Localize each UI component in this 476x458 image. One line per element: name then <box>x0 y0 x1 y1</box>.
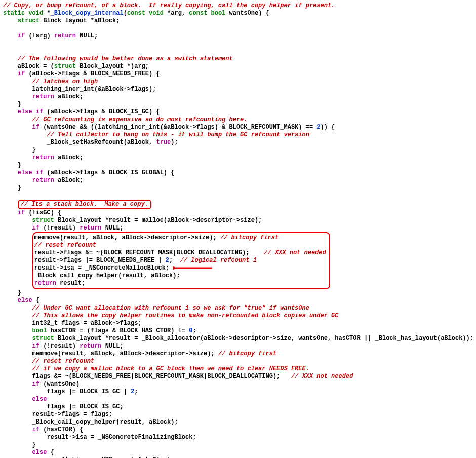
txt: * <box>43 10 50 17</box>
kw: bool <box>32 327 47 334</box>
txt: int32_t flags = aBlock->flags; <box>32 320 142 327</box>
txt: result->flags |= BLOCK_NEEDS_FREE | <box>34 257 166 264</box>
comment: // XXX not needed <box>291 373 353 380</box>
txt: ; <box>134 388 138 395</box>
kw: if <box>32 342 39 350</box>
txt: { <box>32 297 39 304</box>
kw: struct <box>54 63 76 70</box>
kw: return <box>32 177 54 184</box>
comment: // Its a stack block. Make a copy. <box>21 201 148 208</box>
txt: (aBlock->flags & BLOCK_IS_GC) { <box>43 108 160 116</box>
kw: bool <box>207 10 225 17</box>
txt: } <box>18 184 21 192</box>
txt: ; <box>192 327 196 334</box>
comment: // XXX not needed <box>264 249 326 256</box>
txt: aBlock; <box>54 177 84 184</box>
highlight-box-body: memmove(result, aBlock, aBlock->descript… <box>32 232 330 289</box>
kw: const <box>189 10 207 17</box>
source-code-block: // Copy, or bump refcount, of a block. I… <box>0 0 476 458</box>
txt: } <box>18 289 21 296</box>
kw: struct <box>32 335 54 342</box>
kw: if <box>32 426 39 433</box>
txt: flags |= BLOCK_IS_GC | <box>47 388 131 395</box>
arrow-icon <box>173 264 213 272</box>
txt: memmove(result, aBlock, aBlock->descript… <box>34 234 220 241</box>
function-name: _Block_copy_internal <box>51 10 124 17</box>
comment: // bitcopy first <box>218 350 276 357</box>
txt: _Block_call_copy_helper(result, aBlock); <box>34 272 180 279</box>
txt: (aBlock->flags & BLOCK_NEEDS_FREE) { <box>25 70 160 78</box>
txt: result->flags &= ~(BLOCK_REFCOUNT_MASK|B… <box>34 249 264 256</box>
txt: flags |= BLOCK_IS_GC; <box>47 403 123 410</box>
kw: if <box>18 70 25 78</box>
kw: struct <box>18 17 39 24</box>
kw: struct <box>32 217 54 224</box>
num: 2 <box>166 257 169 264</box>
txt: ; <box>169 257 180 264</box>
txt: flags &= ~(BLOCK_NEEDS_FREE|BLOCK_REFCOU… <box>32 373 291 380</box>
kw: static <box>3 10 25 17</box>
kw: else <box>18 169 32 176</box>
txt: Block_layout *result = _Block_allocator(… <box>54 335 473 342</box>
txt: (!arg) <box>25 32 54 40</box>
txt: Block_layout *)arg; <box>76 63 149 70</box>
txt: _Block_setHasRefcount(aBlock, <box>47 139 156 146</box>
comment: // latches on high <box>32 78 98 85</box>
kw: return <box>34 280 56 287</box>
txt: NULL; <box>101 224 123 232</box>
kw: if <box>18 32 25 40</box>
kw: if <box>32 108 44 116</box>
kw: else <box>18 108 32 116</box>
txt: *arg, <box>164 10 189 17</box>
txt: } <box>18 101 21 108</box>
txt: NULL; <box>101 342 123 350</box>
txt: aBlock = ( <box>18 63 54 70</box>
kw: if <box>18 209 25 216</box>
kw: if <box>32 380 39 388</box>
txt: (!isGC) { <box>25 209 61 216</box>
txt: NULL; <box>76 32 98 40</box>
kw: if <box>32 169 44 176</box>
txt: ( <box>124 10 127 17</box>
txt: aBlock; <box>54 154 84 161</box>
comment: // Copy, or bump refcount, of a block. I… <box>3 2 335 9</box>
kw: else <box>32 396 47 403</box>
txt: result->isa = _NSConcreteMallocBlock; <box>34 264 169 272</box>
txt: } <box>18 162 21 169</box>
comment: // GC refcounting is expensive so do mos… <box>32 116 248 123</box>
kw: else <box>32 449 47 456</box>
kw: const <box>127 10 145 17</box>
comment: // The following would be better done as… <box>18 55 233 62</box>
comment: // Tell collector to hang on this - it w… <box>47 131 309 138</box>
txt: latching_incr_int(&aBlock->flags); <box>32 86 156 93</box>
kw: if <box>32 124 39 131</box>
txt: (!result) <box>39 342 80 350</box>
kw: return <box>32 154 54 161</box>
comment: // reset refcount <box>32 358 94 365</box>
kw: if <box>32 224 39 232</box>
kw: void <box>145 10 164 17</box>
txt: result->isa = _NSConcreteFinalizingBlock… <box>47 434 196 441</box>
txt: ); <box>171 139 178 146</box>
txt: { <box>47 449 54 456</box>
txt: aBlock; <box>54 93 84 100</box>
kw: void <box>28 10 43 17</box>
comment: // logical refcount 1 <box>180 257 257 264</box>
txt: result->flags = flags; <box>32 411 112 418</box>
txt: } <box>32 146 36 154</box>
kw: return <box>80 224 101 232</box>
txt: (!result) <box>39 224 80 232</box>
kw: true <box>156 139 171 146</box>
kw: return <box>80 342 101 350</box>
txt: memmove(result, aBlock, aBlock->descript… <box>32 350 218 357</box>
kw: return <box>32 93 54 100</box>
txt: Block_layout *aBlock; <box>39 17 120 24</box>
comment: // if we copy a malloc block to a GC blo… <box>32 365 309 372</box>
comment: // This allows the copy helper routines … <box>32 312 339 319</box>
txt: _Block_call_copy_helper(result, aBlock); <box>32 418 178 426</box>
comment: // bitcopy first <box>220 234 279 241</box>
comment: // Under GC want allocation with refcoun… <box>32 304 309 312</box>
txt: wantsOne) { <box>225 10 269 17</box>
txt: result; <box>56 280 86 287</box>
txt: )) { <box>321 124 335 131</box>
